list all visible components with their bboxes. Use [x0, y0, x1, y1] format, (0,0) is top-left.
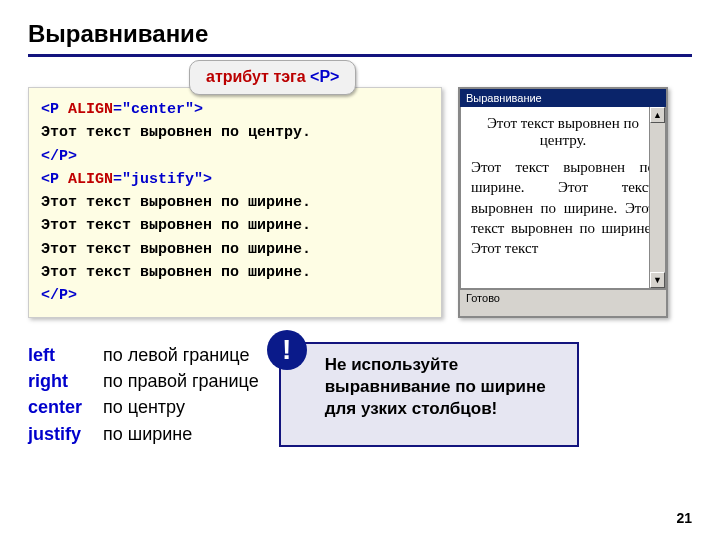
code-attr: ALIGN — [68, 171, 113, 188]
callout-tag: <P> — [310, 68, 339, 85]
definition-desc: по центру — [103, 397, 185, 417]
content-row: атрибут тэга <P> <P ALIGN="center"> Этот… — [28, 87, 692, 318]
attribute-callout: атрибут тэга <P> — [189, 60, 356, 95]
definition-keyword: left — [28, 342, 98, 368]
warning-box: ! Не используйте выравнивание по ширине … — [279, 342, 579, 446]
definition-keyword: justify — [28, 421, 98, 447]
code-attr: ALIGN — [68, 101, 113, 118]
code-tag-open: <P — [41, 101, 68, 118]
page-number: 21 — [676, 510, 692, 526]
preview-justify-text: Этот текст выровнен по ширине. Этот текс… — [471, 157, 655, 258]
title-divider — [28, 54, 692, 57]
browser-body: Этот текст выровнен по центру. Этот текс… — [460, 107, 666, 289]
definition-desc: по ширине — [103, 424, 192, 444]
code-line: Этот текст выровнен по ширине. — [41, 191, 429, 214]
browser-statusbar: Готово — [460, 289, 666, 306]
code-tag: </P> — [41, 287, 77, 304]
code-tag: </P> — [41, 148, 77, 165]
browser-preview: Выравнивание Этот текст выровнен по цент… — [458, 87, 668, 318]
definitions-list: left по левой границе right по правой гр… — [28, 342, 259, 446]
page-title: Выравнивание — [28, 20, 692, 48]
browser-titlebar: Выравнивание — [460, 89, 666, 107]
code-line: Этот текст выровнен по ширине. — [41, 238, 429, 261]
code-line: Этот текст выровнен по ширине. — [41, 214, 429, 237]
code-line: </P> — [41, 145, 429, 168]
definition-item: right по правой границе — [28, 368, 259, 394]
definition-keyword: center — [28, 394, 98, 420]
scroll-down-button[interactable]: ▼ — [650, 272, 665, 288]
warning-text: Не используйте выравнивание по ширине дл… — [325, 355, 546, 418]
scroll-up-button[interactable]: ▲ — [650, 107, 665, 123]
code-tag-close: ="center"> — [113, 101, 203, 118]
definition-keyword: right — [28, 368, 98, 394]
code-line: <P ALIGN="center"> — [41, 98, 429, 121]
code-tag-open: <P — [41, 171, 68, 188]
code-line: </P> — [41, 284, 429, 307]
definition-item: justify по ширине — [28, 421, 259, 447]
definition-item: left по левой границе — [28, 342, 259, 368]
code-line: Этот текст выровнен по центру. — [41, 121, 429, 144]
callout-text: атрибут тэга — [206, 68, 310, 85]
definition-item: center по центру — [28, 394, 259, 420]
bottom-row: left по левой границе right по правой гр… — [28, 342, 692, 446]
warning-icon: ! — [267, 330, 307, 370]
definition-desc: по правой границе — [103, 371, 259, 391]
preview-center-text: Этот текст выровнен по центру. — [471, 115, 655, 149]
code-line: <P ALIGN="justify"> — [41, 168, 429, 191]
code-block: атрибут тэга <P> <P ALIGN="center"> Этот… — [28, 87, 442, 318]
code-tag-close: ="justify"> — [113, 171, 212, 188]
definition-desc: по левой границе — [103, 345, 249, 365]
scrollbar[interactable]: ▲ ▼ — [649, 107, 665, 288]
code-line: Этот текст выровнен по ширине. — [41, 261, 429, 284]
